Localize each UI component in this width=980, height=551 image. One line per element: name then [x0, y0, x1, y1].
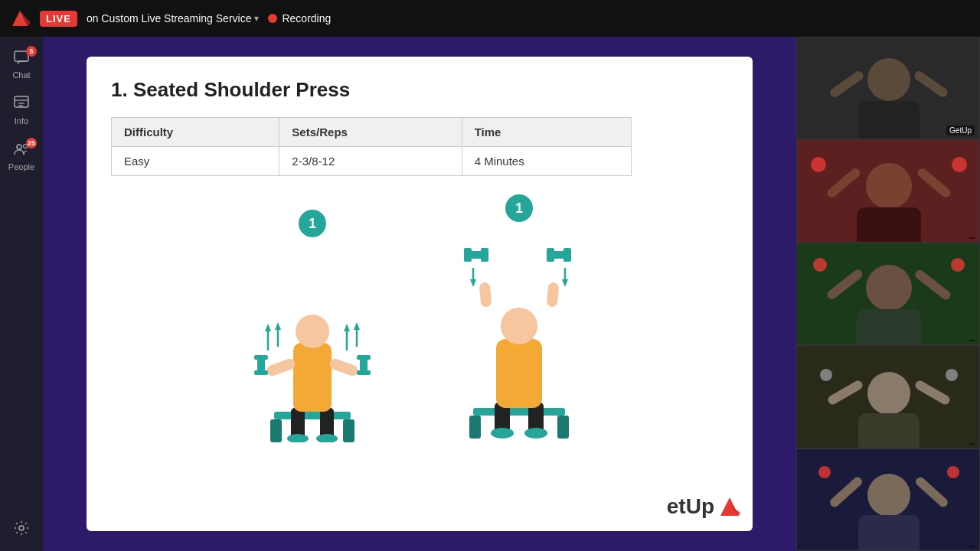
chat-label: Chat: [12, 70, 30, 80]
exercise-figure-1: [251, 243, 374, 442]
svg-point-78: [867, 372, 910, 415]
participant-tile-4[interactable]: [796, 345, 980, 448]
participant-label-3: [969, 340, 975, 341]
participant-label-2: [969, 237, 975, 239]
svg-point-59: [867, 58, 910, 101]
svg-marker-53: [470, 279, 476, 287]
participant-video-4: [797, 346, 980, 448]
settings-icon: [13, 520, 30, 539]
chat-badge: 5: [26, 46, 37, 57]
live-badge: LIVE: [40, 11, 77, 27]
exercise-table: Difficulty Sets/Reps Time Easy 2-3/8-12 …: [111, 117, 632, 176]
svg-rect-45: [547, 282, 560, 307]
svg-marker-55: [562, 279, 568, 287]
svg-rect-11: [270, 419, 282, 442]
participant-video-2: [797, 140, 980, 242]
recording-badge: Recording: [268, 12, 331, 24]
svg-rect-12: [343, 419, 354, 442]
figure-1: 1: [251, 210, 374, 442]
step-badge-1: 1: [299, 210, 326, 237]
participant-label-4: [969, 443, 975, 445]
participant-video-1: [797, 37, 980, 139]
table-header-setsreps: Sets/Reps: [279, 118, 462, 147]
svg-rect-26: [357, 370, 371, 375]
participant-tile-2[interactable]: [796, 139, 980, 242]
participant-tile-3[interactable]: [796, 243, 980, 345]
svg-point-9: [19, 526, 24, 530]
participant-tile-5[interactable]: [796, 448, 980, 551]
participant-tile-1[interactable]: GetUp: [796, 37, 980, 139]
svg-rect-86: [858, 515, 920, 551]
watermark: etUp: [667, 494, 740, 519]
info-label: Info: [15, 116, 28, 126]
svg-marker-34: [354, 322, 360, 330]
table-cell-setsreps: 2-3/8-12: [279, 147, 462, 176]
svg-rect-50: [547, 248, 554, 262]
svg-marker-28: [265, 324, 271, 331]
participant-label-1: GetUp: [946, 126, 975, 135]
participant-video-5: [797, 449, 980, 551]
svg-point-40: [491, 428, 514, 439]
people-label: People: [8, 162, 34, 171]
sidebar-item-people[interactable]: 25 People: [0, 135, 43, 178]
main-area: 5 Chat Info 25: [0, 37, 980, 551]
svg-point-85: [867, 474, 910, 517]
watermark-text: etUp: [667, 494, 714, 519]
sidebar-item-chat[interactable]: 5 Chat: [0, 43, 43, 86]
svg-rect-44: [479, 282, 492, 307]
svg-point-41: [524, 428, 547, 439]
svg-point-71: [866, 265, 912, 311]
svg-point-7: [17, 145, 21, 149]
watermark-logo-icon: [719, 494, 740, 519]
stream-chevron-icon[interactable]: ▾: [254, 13, 259, 24]
participant-label-5: [969, 546, 975, 547]
svg-point-76: [951, 258, 965, 272]
svg-point-75: [813, 258, 827, 272]
svg-rect-47: [464, 248, 472, 262]
svg-point-83: [946, 369, 958, 381]
table-header-time: Time: [462, 118, 631, 147]
svg-point-16: [316, 434, 338, 442]
sidebar-item-info[interactable]: Info: [0, 89, 43, 132]
svg-rect-65: [857, 207, 921, 242]
svg-point-89: [818, 466, 831, 478]
app-logo: [9, 8, 31, 29]
svg-rect-37: [557, 416, 569, 439]
slide-title: 1. Seated Shoulder Press: [111, 78, 728, 102]
participant-video-3: [797, 243, 980, 345]
svg-rect-36: [469, 416, 481, 439]
table-row: Easy 2-3/8-12 4 Minutes: [112, 147, 632, 176]
svg-marker-56: [720, 497, 739, 516]
recording-label: Recording: [282, 12, 331, 24]
svg-point-90: [947, 466, 959, 478]
stream-label-text: on Custom Live Streaming Service: [87, 12, 252, 24]
svg-rect-51: [564, 248, 571, 262]
svg-point-68: [811, 157, 826, 172]
svg-point-15: [287, 434, 309, 442]
illustration-area: 1: [111, 194, 728, 442]
sidebar: 5 Chat Info 25: [0, 37, 43, 551]
svg-rect-19: [266, 357, 296, 377]
svg-point-64: [866, 163, 912, 209]
svg-point-18: [296, 315, 329, 348]
svg-rect-79: [858, 413, 920, 448]
svg-rect-25: [357, 355, 371, 360]
table-cell-difficulty: Easy: [112, 147, 279, 176]
step-badge-2: 1: [505, 194, 533, 222]
svg-rect-17: [293, 343, 332, 412]
svg-marker-32: [344, 324, 350, 331]
slide: 1. Seated Shoulder Press Difficulty Sets…: [87, 57, 753, 531]
participants-panel: GetUp: [796, 37, 980, 551]
svg-point-43: [501, 308, 537, 344]
svg-rect-10: [274, 412, 351, 419]
svg-rect-35: [473, 408, 565, 416]
figure-2: 1: [450, 194, 588, 442]
sidebar-item-settings[interactable]: [0, 514, 43, 545]
exercise-figure-2: [450, 228, 588, 442]
svg-rect-48: [481, 248, 488, 262]
svg-point-69: [952, 157, 967, 172]
recording-dot-icon: [268, 14, 277, 23]
table-header-difficulty: Difficulty: [112, 118, 279, 147]
svg-rect-42: [496, 339, 542, 408]
info-icon: [13, 95, 30, 114]
